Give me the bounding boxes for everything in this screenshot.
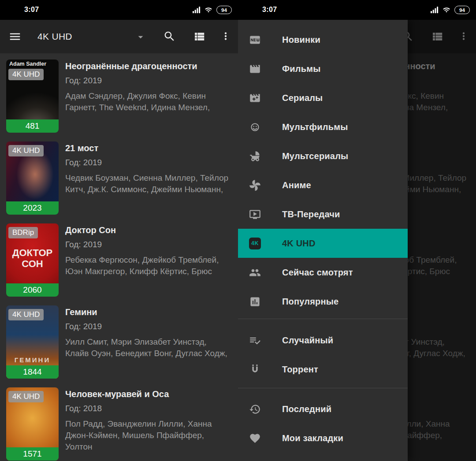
drawer-item-label: 4K UHD [282,238,316,249]
drawer-item-label: Сейчас смотрят [282,268,353,278]
movie-row[interactable]: ГЕМИНИ 4K UHD 1844 Гемини Год: 2019 Уилл… [0,299,238,381]
app-bar: 4K UHD [0,20,238,53]
drawer-item-cartoons[interactable]: Мультфильмы [238,112,408,141]
drawer-item-new[interactable]: Новинки [238,25,408,54]
drawer-item-cartoon-series[interactable]: Мультсериалы [238,141,408,171]
clock: 3:07 [24,6,39,14]
app-screen: 4K UHD [0,20,238,461]
stroller-icon [249,150,261,162]
movie-filter-icon [249,92,261,104]
movie-year: Год: 2019 [65,322,229,331]
movie-year: Год: 2019 [65,240,229,249]
movie-poster[interactable]: Adam Sandler 4K UHD 481 [6,59,59,133]
movie-year: Год: 2019 [65,76,229,86]
drawer-item-label: Мультфильмы [282,122,348,132]
drawer-item-label: Случайный [282,335,333,346]
poster-caption: ДОКТОР СОН [6,247,59,269]
status-bar: 3:07 94 [0,0,238,20]
movie-info: Человек-муравей и Оса Год: 2018 Пол Радд… [65,387,229,461]
clock: 3:07 [262,6,277,14]
battery-indicator: 94 [216,6,232,14]
movie-poster[interactable]: ГЕМИНИ 4K UHD 1844 [6,305,59,379]
movie-poster[interactable]: ДОКТОР СОН BDRip 2060 [6,223,59,297]
movie-row[interactable]: ДОКТОР СОН BDRip 2060 Доктор Сон Год: 20… [0,217,238,299]
category-dropdown[interactable]: 4K UHD [37,20,72,53]
drawer-item-label: Новинки [282,35,320,45]
movie-poster[interactable]: 4K UHD 1571 [6,387,59,461]
drawer-item-bookmarks[interactable]: Мои закладки [238,424,408,453]
drawer-item-now-watching[interactable]: Сейчас смотрят [238,258,408,287]
drawer-item-tv-shows[interactable]: ТВ-Передачи [238,200,408,229]
drawer-item-4k-uhd[interactable]: 4K 4K UHD [238,229,408,258]
movie-poster[interactable]: 4K UHD 2023 [6,141,59,215]
view-list-button[interactable] [193,30,206,45]
navigation-drawer: Новинки Фильмы Сериалы [238,20,408,461]
count-badge: 481 [6,119,59,133]
hamburger-menu-icon[interactable] [8,30,22,45]
drawer-divider [238,319,408,319]
movie-actors: Уилл Смит, Мэри Элизабет Уинстэд, Клайв … [65,336,229,359]
poster-caption: ГЕМИНИ [6,356,59,364]
movie-actors: Ребекка Фергюсон, Джейкоб Тремблей, Юэн … [65,254,229,277]
tv-play-icon [249,208,261,220]
quality-badge: 4K UHD [8,145,44,156]
count-badge: 1844 [6,365,59,379]
movie-row[interactable]: Adam Sandler 4K UHD 481 Неогранённые дра… [0,53,238,135]
drawer-item-label: Мультсериалы [282,151,348,161]
movie-list: Adam Sandler 4K UHD 481 Неогранённые дра… [0,53,238,461]
drawer-item-latest[interactable]: Последний [238,394,408,424]
drawer-item-torrent[interactable]: Торрент [238,355,408,384]
drawer-item-films[interactable]: Фильмы [238,54,408,83]
history-icon [249,403,261,415]
drawer-item-label: Мои закладки [282,433,343,443]
movie-icon [249,63,261,75]
drawer-item-series[interactable]: Сериалы [238,83,408,112]
movie-title: Доктор Сон [65,225,229,235]
signal-icon [431,7,439,13]
movie-title: Неогранённые драгоценности [65,61,229,71]
poster-caption: Adam Sandler [9,61,46,67]
drawer-item-label: Популярные [282,297,338,307]
chevron-down-icon[interactable] [135,31,146,45]
movie-row[interactable]: 4K UHD 1571 Человек-муравей и Оса Год: 2… [0,381,238,461]
app-screen: 4K UHD [238,20,476,461]
drawer-item-anime[interactable]: Аниме [238,171,408,200]
child-face-icon [249,121,261,133]
people-icon [249,267,261,279]
quality-badge: 4K UHD [8,309,44,320]
movie-title: 21 мост [65,143,229,153]
movie-info: 21 мост Год: 2019 Чедвик Боузман, Сиенна… [65,141,229,217]
search-button[interactable] [163,30,176,45]
signal-icon [193,7,201,13]
overflow-menu-button[interactable] [220,30,231,44]
count-badge: 2060 [6,283,59,297]
page-title: 4K UHD [37,31,72,42]
count-badge: 1571 [6,447,59,461]
bar-chart-icon [249,296,261,308]
screenshot-stage: 3:07 94 [0,0,476,461]
status-bar: 3:07 94 [238,0,476,20]
drawer-item-label: ТВ-Передачи [282,209,340,219]
wifi-icon [204,6,213,14]
right-screen: 3:07 94 [238,0,476,461]
fiber-new-icon [249,34,261,46]
pinwheel-icon [249,179,261,191]
movie-title: Гемини [65,307,229,317]
4k-badge-icon: 4K [249,238,261,249]
heart-icon [249,432,261,444]
drawer-item-random[interactable]: Случайный [238,326,408,355]
movie-row[interactable]: 4K UHD 2023 21 мост Год: 2019 Чедвик Боу… [0,135,238,217]
quality-badge: 4K UHD [8,69,44,80]
quality-badge: 4K UHD [8,391,44,402]
drawer-item-label: Сериалы [282,93,323,103]
drawer-item-label: Торрент [282,364,318,375]
battery-indicator: 94 [454,6,470,14]
drawer-divider [238,388,408,388]
quality-badge: BDRip [8,227,38,238]
movie-title: Человек-муравей и Оса [65,389,229,399]
drawer-item-popular[interactable]: Популярные [238,287,408,316]
movie-year: Год: 2018 [65,404,229,413]
movie-actors: Чедвик Боузман, Сиенна Миллер, Тейлор Ки… [65,172,229,195]
drawer-item-label: Аниме [282,180,311,190]
playlist-check-icon [249,335,261,346]
